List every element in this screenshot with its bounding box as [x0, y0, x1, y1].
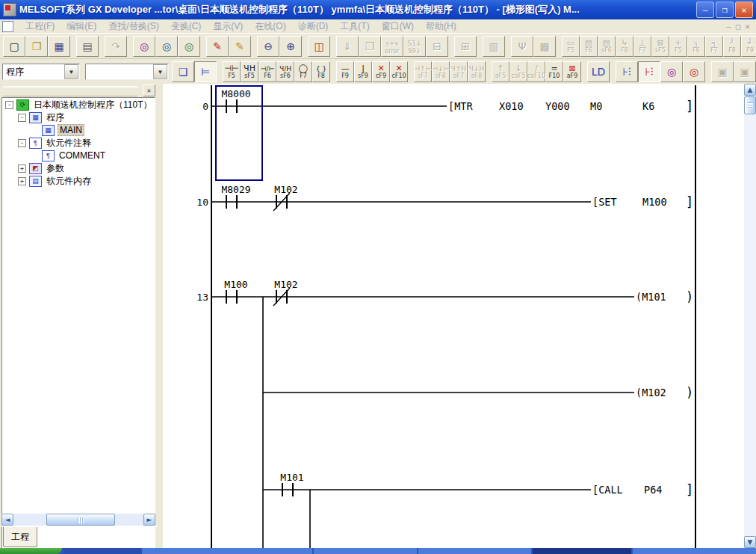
- comment-show-button[interactable]: ⊦⫶: [616, 61, 638, 82]
- menu-item-9[interactable]: 帮助(H): [420, 20, 462, 32]
- ladder-canvas[interactable]: 0M8000[MTRX010Y000M0K6]10M8029M102[SETM1…: [163, 84, 744, 548]
- tree-item-0[interactable]: -⟳日本顺送机控制程序（110T）: [2, 99, 155, 111]
- line-delete-af9-button[interactable]: ⊠aF9: [563, 61, 581, 82]
- find-contact-coil-button[interactable]: ❏: [172, 61, 194, 82]
- line-draw-f10-button[interactable]: ═F10: [545, 61, 563, 82]
- menu-item-3[interactable]: 变换(C): [165, 20, 208, 32]
- windows-taskbar[interactable]: [0, 548, 756, 554]
- menu-item-5[interactable]: 在线(O): [249, 20, 291, 32]
- open-contact-f5-button[interactable]: ⊣⊢F5: [223, 61, 241, 82]
- quick-launch-fragment[interactable]: [63, 548, 140, 554]
- tree-item-4[interactable]: ¶COMMENT: [2, 150, 155, 161]
- start-button-fragment[interactable]: [0, 548, 62, 554]
- find-zoom-button[interactable]: ◎: [660, 61, 683, 82]
- find-write-icon: ◎: [690, 67, 698, 77]
- combo-dropdown-icon[interactable]: ▼: [153, 64, 167, 79]
- parallel-closed-sf6-button[interactable]: Ч/НsF6: [276, 61, 294, 82]
- save-project-button[interactable]: ▦: [48, 36, 70, 57]
- tree-item-2[interactable]: ▦MAIN: [2, 124, 155, 136]
- child-minimize-button[interactable]: —: [726, 22, 731, 31]
- zoom-out-icon: ⊖: [264, 41, 273, 52]
- find-instruction-button[interactable]: ◎: [155, 36, 178, 57]
- instruction-text: P64: [644, 484, 662, 496]
- editor-vertical-scrollbar[interactable]: ▲ ▼: [744, 84, 756, 548]
- taskbar-item-2[interactable]: [314, 548, 417, 554]
- plc-verify-button: ❒: [359, 36, 381, 57]
- tree-expander-icon[interactable]: -: [18, 139, 26, 147]
- parallel-pulse-up-af7-button: Ч↑НaF7: [450, 61, 468, 82]
- editor-scroll-thumb[interactable]: [744, 96, 756, 114]
- instruction-text: (M101: [636, 291, 666, 303]
- vline-sf9-button[interactable]: |sF9: [354, 61, 372, 82]
- tree-expander-icon[interactable]: +: [18, 177, 26, 185]
- tree-item-6[interactable]: +▤软元件内存: [2, 175, 155, 187]
- find-device-button[interactable]: ◎: [133, 36, 155, 57]
- print-button[interactable]: ▤: [76, 36, 99, 57]
- data-name-combobox[interactable]: ▼: [85, 64, 169, 80]
- menu-item-6[interactable]: 诊断(D): [292, 20, 335, 32]
- tree-expander-icon[interactable]: -: [5, 101, 13, 109]
- taskbar-item-4[interactable]: [633, 548, 756, 554]
- tree-horizontal-scrollbar[interactable]: ◄ ►: [1, 514, 155, 526]
- find-write-button[interactable]: ◎: [683, 61, 705, 82]
- hline-f9-button[interactable]: —F9: [336, 61, 354, 82]
- title-bar[interactable]: MELSOFT系列 GX Developer ...tor\桌面\日本顺送机控制…: [0, 0, 756, 19]
- vline-delete-cf10-button[interactable]: ✕cF10: [390, 61, 408, 82]
- menu-item-4[interactable]: 显示(V): [207, 20, 249, 32]
- project-data-list-button[interactable]: ⊨: [194, 61, 217, 82]
- tree-item-1[interactable]: -▦程序: [2, 111, 155, 123]
- menu-item-1[interactable]: 编辑(E): [61, 20, 102, 32]
- ladder-list-convert-button[interactable]: LD: [587, 61, 610, 82]
- menu-item-2[interactable]: 查找/替换(S): [102, 20, 164, 32]
- child-restore-button[interactable]: ▢: [736, 22, 741, 31]
- read-mode-button[interactable]: ✎: [206, 36, 229, 57]
- new-project-button[interactable]: ▢: [3, 36, 25, 57]
- open-project-button[interactable]: ❒: [25, 36, 48, 57]
- zoom-out-button[interactable]: ⊖: [257, 36, 279, 57]
- fn-rect-f5-button: ▭F5: [562, 36, 580, 57]
- instruction-text: M0: [590, 100, 602, 112]
- taskbar-item-1[interactable]: [142, 548, 312, 554]
- hline-delete-cf9-button[interactable]: ✕cF9: [372, 61, 390, 82]
- scroll-up-icon[interactable]: ▲: [744, 84, 756, 96]
- panel-drag-grip[interactable]: [3, 86, 137, 98]
- taskbar-item-3[interactable]: [418, 548, 531, 554]
- panel-close-icon[interactable]: ✕: [143, 84, 155, 96]
- tree-expander-icon[interactable]: +: [18, 164, 26, 173]
- plc-write-button: ⇓: [336, 36, 359, 57]
- menu-item-8[interactable]: 窗口(W): [376, 20, 420, 32]
- program-folder-icon: ▦: [29, 112, 42, 123]
- menu-item-0[interactable]: 工程(F): [19, 20, 61, 32]
- scroll-left-icon[interactable]: ◄: [1, 514, 13, 526]
- statement-show-button[interactable]: ⊦⫶: [638, 61, 660, 82]
- close-button[interactable]: ✕: [735, 1, 753, 18]
- tree-item-3[interactable]: -¶软元件注释: [2, 137, 155, 149]
- scroll-right-icon[interactable]: ►: [143, 514, 155, 526]
- data-type-combobox[interactable]: 程序 ▼: [2, 64, 80, 80]
- tab-project[interactable]: 工程: [3, 527, 37, 547]
- parallel-open-sf5-button[interactable]: ЧНsF5: [241, 61, 258, 82]
- tree-item-5[interactable]: +◩参数: [2, 162, 155, 174]
- coil-f7-button[interactable]: ◯F7: [294, 61, 312, 82]
- child-window-icon[interactable]: [2, 21, 13, 32]
- closed-contact-f6-button[interactable]: ⊣/⊢F6: [258, 61, 276, 82]
- find-step-button[interactable]: ◎: [178, 36, 200, 57]
- tree-expander-icon[interactable]: -: [18, 114, 26, 122]
- tree-scroll-thumb[interactable]: [46, 514, 115, 526]
- restore-button[interactable]: ❒: [716, 1, 734, 18]
- write-mode-button[interactable]: ✎: [229, 36, 251, 57]
- fn-ground-f7-button: ⊥F7: [633, 36, 651, 57]
- tree-item-label: 参数: [45, 162, 66, 175]
- project-root-icon: ⟳: [16, 99, 29, 111]
- minimize-button[interactable]: —: [696, 1, 714, 18]
- combo-dropdown-icon[interactable]: ▼: [64, 64, 78, 79]
- menu-item-7[interactable]: 工具(T): [334, 20, 375, 32]
- child-close-button[interactable]: ✕: [745, 22, 750, 31]
- zoom-in-button[interactable]: ⊕: [279, 36, 302, 57]
- comment-display-button[interactable]: ◫: [308, 36, 330, 57]
- taskbar-item-active[interactable]: [533, 548, 631, 554]
- step-number-13: 13: [196, 292, 208, 303]
- scroll-down-icon[interactable]: ▼: [744, 536, 756, 548]
- ladder-editor[interactable]: 0M8000[MTRX010Y000M0K6]10M8029M102[SETM1…: [158, 84, 749, 548]
- instruction-f8-button[interactable]: { }F8: [312, 61, 330, 82]
